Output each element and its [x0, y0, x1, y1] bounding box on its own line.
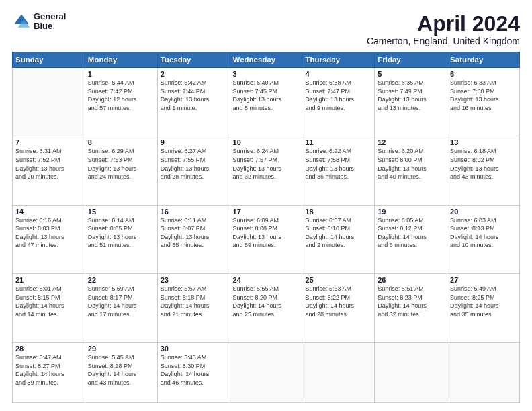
day-info: Sunrise: 6:01 AM Sunset: 8:15 PM Dayligh… [15, 285, 82, 318]
day-info: Sunrise: 6:07 AM Sunset: 8:10 PM Dayligh… [305, 216, 371, 250]
day-info: Sunrise: 6:14 AM Sunset: 8:05 PM Dayligh… [88, 216, 154, 250]
table-row: 1Sunrise: 6:44 AM Sunset: 7:42 PM Daylig… [85, 68, 157, 136]
day-info: Sunrise: 6:35 AM Sunset: 7:49 PM Dayligh… [378, 79, 444, 112]
day-info: Sunrise: 6:18 AM Sunset: 8:02 PM Dayligh… [450, 147, 517, 181]
day-number: 29 [88, 345, 154, 353]
col-sunday: Sunday [13, 52, 85, 68]
table-row: 30Sunrise: 5:43 AM Sunset: 8:30 PM Dayli… [157, 342, 230, 403]
table-row: 7Sunrise: 6:31 AM Sunset: 7:52 PM Daylig… [13, 136, 85, 205]
day-number: 17 [233, 208, 300, 216]
day-info: Sunrise: 6:33 AM Sunset: 7:50 PM Dayligh… [450, 79, 517, 112]
day-info: Sunrise: 6:40 AM Sunset: 7:45 PM Dayligh… [233, 79, 300, 112]
table-row: 6Sunrise: 6:33 AM Sunset: 7:50 PM Daylig… [447, 68, 520, 136]
day-number: 16 [161, 208, 227, 216]
table-row: 23Sunrise: 5:57 AM Sunset: 8:18 PM Dayli… [157, 273, 230, 342]
day-number: 9 [161, 138, 227, 146]
day-number: 14 [15, 208, 82, 216]
table-row: 12Sunrise: 6:20 AM Sunset: 8:00 PM Dayli… [375, 136, 447, 205]
day-number: 23 [161, 276, 227, 284]
day-info: Sunrise: 6:03 AM Sunset: 8:13 PM Dayligh… [450, 216, 517, 250]
calendar-week-row: 14Sunrise: 6:16 AM Sunset: 8:03 PM Dayli… [13, 205, 520, 273]
table-row: 14Sunrise: 6:16 AM Sunset: 8:03 PM Dayli… [13, 205, 85, 273]
calendar-subtitle: Camerton, England, United Kingdom [367, 36, 520, 46]
col-saturday: Saturday [447, 52, 520, 68]
day-info: Sunrise: 6:05 AM Sunset: 8:12 PM Dayligh… [378, 216, 444, 250]
col-friday: Friday [375, 52, 447, 68]
calendar-title: April 2024 [367, 12, 520, 36]
header: General Blue April 2024 Camerton, Englan… [12, 12, 520, 46]
day-info: Sunrise: 6:24 AM Sunset: 7:57 PM Dayligh… [233, 147, 300, 181]
table-row: 20Sunrise: 6:03 AM Sunset: 8:13 PM Dayli… [447, 205, 520, 273]
calendar-week-row: 1Sunrise: 6:44 AM Sunset: 7:42 PM Daylig… [13, 68, 520, 136]
logo: General Blue [12, 12, 66, 32]
day-number: 20 [450, 208, 517, 216]
logo-line1: General [34, 12, 66, 21]
table-row: 25Sunrise: 5:53 AM Sunset: 8:22 PM Dayli… [302, 273, 375, 342]
day-info: Sunrise: 5:55 AM Sunset: 8:20 PM Dayligh… [233, 285, 300, 318]
day-info: Sunrise: 5:59 AM Sunset: 8:17 PM Dayligh… [88, 285, 154, 318]
logo-text: General Blue [34, 12, 66, 32]
table-row [447, 342, 520, 403]
day-number: 21 [15, 276, 82, 284]
day-info: Sunrise: 6:29 AM Sunset: 7:53 PM Dayligh… [88, 147, 154, 181]
table-row: 8Sunrise: 6:29 AM Sunset: 7:53 PM Daylig… [85, 136, 157, 205]
table-row: 16Sunrise: 6:11 AM Sunset: 8:07 PM Dayli… [157, 205, 230, 273]
day-number: 18 [305, 208, 371, 216]
day-number: 3 [233, 70, 300, 78]
day-number: 2 [161, 70, 227, 78]
day-number: 27 [450, 276, 517, 284]
table-row: 19Sunrise: 6:05 AM Sunset: 8:12 PM Dayli… [375, 205, 447, 273]
table-row: 15Sunrise: 6:14 AM Sunset: 8:05 PM Dayli… [85, 205, 157, 273]
day-number: 10 [233, 138, 300, 146]
logo-line2: Blue [34, 21, 66, 31]
day-info: Sunrise: 6:20 AM Sunset: 8:00 PM Dayligh… [378, 147, 444, 181]
day-info: Sunrise: 5:51 AM Sunset: 8:23 PM Dayligh… [378, 285, 444, 318]
table-row: 26Sunrise: 5:51 AM Sunset: 8:23 PM Dayli… [375, 273, 447, 342]
day-number: 5 [378, 70, 444, 78]
day-number: 1 [88, 70, 154, 78]
table-row: 28Sunrise: 5:47 AM Sunset: 8:27 PM Dayli… [13, 342, 85, 403]
day-number: 19 [378, 208, 444, 216]
col-tuesday: Tuesday [157, 52, 230, 68]
day-info: Sunrise: 5:53 AM Sunset: 8:22 PM Dayligh… [305, 285, 371, 318]
table-row: 13Sunrise: 6:18 AM Sunset: 8:02 PM Dayli… [447, 136, 520, 205]
page: General Blue April 2024 Camerton, Englan… [0, 0, 532, 411]
day-info: Sunrise: 6:38 AM Sunset: 7:47 PM Dayligh… [305, 79, 371, 112]
table-row: 21Sunrise: 6:01 AM Sunset: 8:15 PM Dayli… [13, 273, 85, 342]
table-row [375, 342, 447, 403]
day-info: Sunrise: 6:22 AM Sunset: 7:58 PM Dayligh… [305, 147, 371, 181]
col-wednesday: Wednesday [230, 52, 302, 68]
table-row: 4Sunrise: 6:38 AM Sunset: 7:47 PM Daylig… [302, 68, 375, 136]
day-number: 30 [161, 345, 227, 353]
day-info: Sunrise: 6:11 AM Sunset: 8:07 PM Dayligh… [161, 216, 227, 250]
day-number: 7 [15, 138, 82, 146]
table-row [302, 342, 375, 403]
calendar-header-row: Sunday Monday Tuesday Wednesday Thursday… [13, 52, 520, 68]
day-number: 4 [305, 70, 371, 78]
day-number: 26 [378, 276, 444, 284]
day-number: 28 [15, 345, 82, 353]
table-row: 9Sunrise: 6:27 AM Sunset: 7:55 PM Daylig… [157, 136, 230, 205]
day-info: Sunrise: 6:27 AM Sunset: 7:55 PM Dayligh… [161, 147, 227, 181]
table-row: 29Sunrise: 5:45 AM Sunset: 8:28 PM Dayli… [85, 342, 157, 403]
table-row: 2Sunrise: 6:42 AM Sunset: 7:44 PM Daylig… [157, 68, 230, 136]
day-info: Sunrise: 5:43 AM Sunset: 8:30 PM Dayligh… [161, 353, 227, 387]
table-row: 10Sunrise: 6:24 AM Sunset: 7:57 PM Dayli… [230, 136, 302, 205]
table-row: 24Sunrise: 5:55 AM Sunset: 8:20 PM Dayli… [230, 273, 302, 342]
day-number: 12 [378, 138, 444, 146]
day-info: Sunrise: 6:09 AM Sunset: 8:08 PM Dayligh… [233, 216, 300, 250]
day-number: 25 [305, 276, 371, 284]
day-number: 11 [305, 138, 371, 146]
day-info: Sunrise: 6:31 AM Sunset: 7:52 PM Dayligh… [15, 147, 82, 181]
table-row [230, 342, 302, 403]
table-row: 27Sunrise: 5:49 AM Sunset: 8:25 PM Dayli… [447, 273, 520, 342]
col-thursday: Thursday [302, 52, 375, 68]
col-monday: Monday [85, 52, 157, 68]
day-info: Sunrise: 6:42 AM Sunset: 7:44 PM Dayligh… [161, 79, 227, 112]
table-row [13, 68, 85, 136]
table-row: 5Sunrise: 6:35 AM Sunset: 7:49 PM Daylig… [375, 68, 447, 136]
day-info: Sunrise: 5:57 AM Sunset: 8:18 PM Dayligh… [161, 285, 227, 318]
calendar-week-row: 21Sunrise: 6:01 AM Sunset: 8:15 PM Dayli… [13, 273, 520, 342]
table-row: 11Sunrise: 6:22 AM Sunset: 7:58 PM Dayli… [302, 136, 375, 205]
day-number: 24 [233, 276, 300, 284]
